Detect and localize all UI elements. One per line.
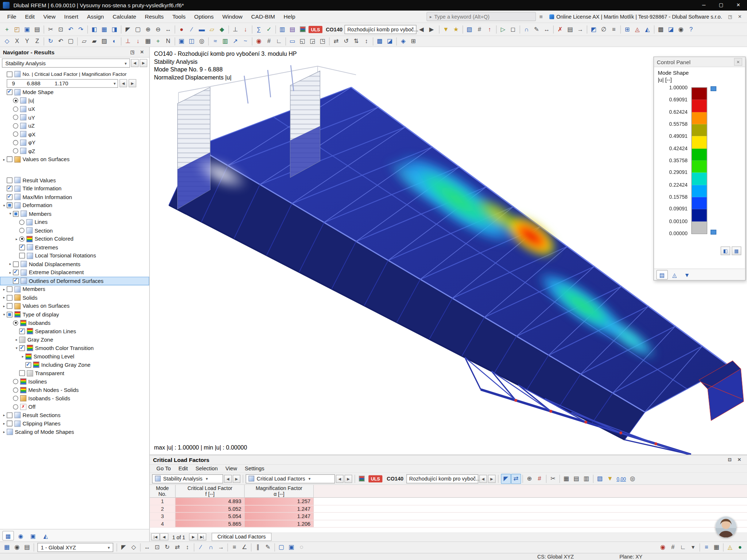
show-results-icon[interactable]: ▧ bbox=[464, 24, 475, 34]
tree-item-isobands-solids[interactable]: Isobands - Solids bbox=[0, 394, 149, 402]
menu-options[interactable]: Options bbox=[190, 11, 218, 23]
next-mode-button[interactable]: ▶ bbox=[129, 79, 136, 87]
tree-item-smooth-color-transition[interactable]: ▾Smooth Color Transition bbox=[0, 344, 149, 352]
close-button[interactable]: ✕ bbox=[730, 0, 747, 11]
ribbon-close-icon[interactable]: ✕ bbox=[736, 12, 744, 21]
tree-item-extreme-displacement[interactable]: ▸Extreme Displacement bbox=[0, 268, 149, 277]
comment-icon[interactable]: ✎ bbox=[263, 542, 273, 553]
navigator-pin-icon[interactable]: ◳ bbox=[128, 48, 137, 57]
visibility-icon[interactable]: ◉ bbox=[676, 24, 686, 34]
surface-tool-icon[interactable]: ▱ bbox=[207, 24, 217, 34]
print-preview-icon[interactable]: ▤ bbox=[22, 542, 32, 553]
radio-button[interactable] bbox=[19, 219, 24, 225]
checkbox[interactable] bbox=[19, 370, 25, 376]
expand-icon[interactable]: ▸ bbox=[8, 262, 13, 267]
checkbox[interactable] bbox=[7, 421, 12, 427]
partial-view-icon[interactable]: ◪ bbox=[666, 24, 676, 34]
open-model-icon[interactable]: ◰ bbox=[12, 24, 22, 34]
filter-table-icon[interactable]: ▼ bbox=[605, 474, 615, 484]
animate-mode-icon[interactable]: ▷ bbox=[498, 24, 508, 34]
table-row[interactable]: 25.0521.247 bbox=[150, 505, 747, 513]
maximize-button[interactable]: ▢ bbox=[712, 0, 729, 11]
hide-objects-icon[interactable]: ◌ bbox=[297, 542, 307, 553]
checkbox[interactable] bbox=[19, 245, 25, 250]
navigator-tab-display[interactable]: ◉ bbox=[15, 530, 27, 540]
line-tool-icon[interactable]: ∕ bbox=[187, 24, 197, 34]
previous-mode-button[interactable]: ◀ bbox=[120, 79, 127, 87]
radio-button[interactable] bbox=[13, 115, 18, 120]
plane-yz-icon[interactable]: ◲ bbox=[307, 36, 318, 46]
navigator-tab-charts[interactable]: ◭ bbox=[40, 530, 51, 540]
status-ok-icon[interactable]: ● bbox=[735, 542, 745, 553]
menu-settings[interactable]: Settings bbox=[241, 465, 268, 472]
connect-members-icon[interactable]: ∩ bbox=[206, 542, 216, 553]
search-input[interactable] bbox=[434, 13, 533, 19]
menu-calculate[interactable]: Calculate bbox=[108, 11, 140, 23]
mode-number-select[interactable]: 96.8881.170▾ bbox=[7, 79, 118, 88]
transparency-icon[interactable]: ▨ bbox=[99, 36, 109, 46]
checkbox[interactable] bbox=[19, 328, 25, 334]
tables-toggle-icon[interactable]: ▦ bbox=[99, 24, 109, 34]
minimize-button[interactable]: ─ bbox=[695, 0, 712, 11]
export-icon[interactable]: → bbox=[575, 24, 585, 34]
result-section-icon[interactable]: ∩ bbox=[522, 24, 532, 34]
expand-icon[interactable]: ▸ bbox=[1, 430, 7, 434]
tree-item-result-sections[interactable]: ▸Result Sections bbox=[0, 411, 149, 419]
checkbox[interactable] bbox=[7, 287, 12, 292]
solid-tool-icon[interactable]: ◆ bbox=[217, 24, 227, 34]
result-numbers-icon[interactable]: # bbox=[534, 474, 545, 484]
tree-item-deformation[interactable]: ▾Deformation bbox=[0, 201, 149, 210]
load-tool-icon[interactable]: ↓ bbox=[240, 24, 251, 34]
panel-color-scale-tab[interactable]: ▤ bbox=[656, 270, 668, 279]
scale-min-handle[interactable] bbox=[711, 230, 716, 234]
checkbox[interactable] bbox=[13, 270, 19, 276]
radio-button[interactable] bbox=[13, 148, 18, 153]
table-row[interactable]: 45.8651.206 bbox=[150, 520, 747, 528]
checkbox[interactable] bbox=[7, 312, 12, 318]
next-load-case-button[interactable]: ▶ bbox=[426, 24, 437, 34]
menu-tools[interactable]: Tools bbox=[168, 11, 190, 23]
osnap-settings-icon[interactable]: ▾ bbox=[688, 542, 698, 553]
options-icon[interactable]: ≡ bbox=[609, 24, 619, 34]
tree-item-uy[interactable]: uY bbox=[0, 113, 149, 121]
table-view-icon[interactable]: ▦ bbox=[561, 474, 572, 484]
table-load-combination-select[interactable]: Rozhodující komb pro vyboč... ▾ bbox=[406, 474, 478, 483]
solid-display-icon[interactable]: ▰ bbox=[89, 36, 100, 46]
rotate-object-icon[interactable]: ↻ bbox=[162, 542, 173, 553]
navigator-toggle-icon[interactable]: ◧ bbox=[89, 24, 100, 34]
collapse-icon[interactable]: ▾ bbox=[1, 312, 7, 317]
tree-item-section-colored[interactable]: ▸Section Colored bbox=[0, 235, 149, 243]
wireframe-display-icon[interactable]: ▱ bbox=[79, 36, 89, 46]
display-settings-icon[interactable]: ◩ bbox=[589, 24, 599, 34]
tree-item-local-torsional-rotations[interactable]: Local Torsional Rotations bbox=[0, 252, 149, 260]
combinations-icon[interactable]: ▤ bbox=[287, 24, 298, 34]
model-data-icon[interactable]: ▦ bbox=[2, 542, 12, 553]
zoom-in-icon[interactable]: ⊕ bbox=[143, 24, 153, 34]
deformation-display-icon[interactable]: ≈ bbox=[210, 36, 220, 46]
checkbox[interactable] bbox=[19, 345, 25, 351]
measure-angle-icon[interactable]: ∠ bbox=[239, 542, 249, 553]
section-view-icon[interactable]: ◫ bbox=[187, 36, 197, 46]
mirror-object-icon[interactable]: ⇄ bbox=[172, 542, 182, 553]
radio-button[interactable] bbox=[19, 236, 24, 241]
radio-button[interactable] bbox=[13, 388, 18, 393]
new-model-icon[interactable]: + bbox=[2, 24, 12, 34]
display-properties-icon[interactable]: ◉ bbox=[12, 542, 22, 553]
tree-item-max-min-information[interactable]: Max/Min Information bbox=[0, 193, 149, 201]
print-icon[interactable]: ▤ bbox=[32, 24, 42, 34]
menu-go-to[interactable]: Go To bbox=[152, 465, 174, 472]
menu-edit[interactable]: Edit bbox=[175, 465, 192, 472]
background-icon[interactable]: ▦ bbox=[712, 542, 722, 553]
work-plane-icon[interactable]: ▭ bbox=[287, 36, 298, 46]
check-model-icon[interactable]: ✓ bbox=[264, 24, 274, 34]
results-filter-icon[interactable]: ▼ bbox=[441, 24, 451, 34]
mirror-icon[interactable]: ⇅ bbox=[351, 36, 361, 46]
tree-item-extremes[interactable]: Extremes bbox=[0, 243, 149, 252]
checkbox[interactable] bbox=[7, 194, 12, 200]
rotate-copy-icon[interactable]: ↺ bbox=[341, 36, 351, 46]
radio-button[interactable] bbox=[13, 404, 18, 409]
tree-item-isolines[interactable]: Isolines bbox=[0, 377, 149, 386]
member-tool-icon[interactable]: ▬ bbox=[197, 24, 207, 34]
select-window-icon[interactable]: ▢ bbox=[133, 24, 143, 34]
tree-item-smoothing-level[interactable]: ▸Smoothing Level bbox=[0, 352, 149, 361]
